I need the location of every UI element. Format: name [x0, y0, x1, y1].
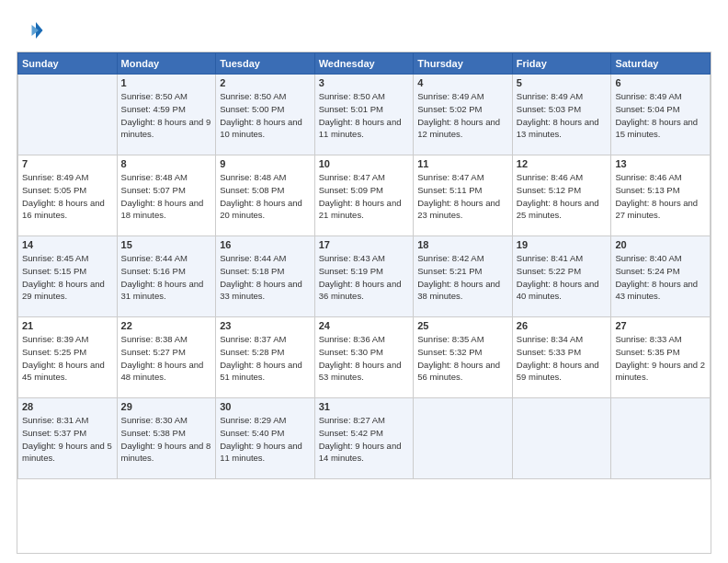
- calendar-cell: [18, 75, 118, 155]
- day-number: 29: [121, 401, 212, 412]
- day-info: Sunrise: 8:45 AMSunset: 5:15 PMDaylight:…: [22, 252, 113, 303]
- calendar-cell: 17Sunrise: 8:43 AMSunset: 5:19 PMDayligh…: [314, 236, 414, 317]
- day-number: 2: [220, 77, 311, 88]
- day-number: 3: [319, 77, 410, 88]
- day-info: Sunrise: 8:50 AMSunset: 4:59 PMDaylight:…: [121, 90, 212, 141]
- calendar-cell: 26Sunrise: 8:34 AMSunset: 5:33 PMDayligh…: [512, 317, 611, 398]
- calendar-header-tuesday: Tuesday: [216, 53, 315, 75]
- day-info: Sunrise: 8:29 AMSunset: 5:40 PMDaylight:…: [220, 414, 311, 465]
- day-number: 9: [220, 158, 311, 169]
- calendar: SundayMondayTuesdayWednesdayThursdayFrid…: [17, 52, 711, 554]
- day-info: Sunrise: 8:50 AMSunset: 5:00 PMDaylight:…: [220, 90, 311, 141]
- day-number: 16: [220, 239, 311, 250]
- day-number: 10: [319, 158, 410, 169]
- calendar-cell: 18Sunrise: 8:42 AMSunset: 5:21 PMDayligh…: [414, 236, 513, 317]
- calendar-cell: 6Sunrise: 8:49 AMSunset: 5:04 PMDaylight…: [611, 75, 711, 155]
- day-number: 23: [220, 320, 311, 331]
- day-info: Sunrise: 8:35 AMSunset: 5:32 PMDaylight:…: [417, 333, 508, 384]
- day-info: Sunrise: 8:31 AMSunset: 5:37 PMDaylight:…: [22, 414, 113, 465]
- calendar-cell: 22Sunrise: 8:38 AMSunset: 5:27 PMDayligh…: [117, 317, 216, 398]
- calendar-cell: 5Sunrise: 8:49 AMSunset: 5:03 PMDaylight…: [512, 75, 611, 155]
- calendar-cell: 12Sunrise: 8:46 AMSunset: 5:12 PMDayligh…: [512, 155, 611, 236]
- day-number: 17: [319, 239, 410, 250]
- day-number: 12: [517, 158, 608, 169]
- calendar-cell: 16Sunrise: 8:44 AMSunset: 5:18 PMDayligh…: [216, 236, 315, 317]
- day-info: Sunrise: 8:47 AMSunset: 5:11 PMDaylight:…: [417, 171, 508, 222]
- day-number: 6: [615, 77, 706, 88]
- calendar-header-saturday: Saturday: [611, 53, 711, 75]
- day-number: 27: [615, 320, 706, 331]
- calendar-cell: 14Sunrise: 8:45 AMSunset: 5:15 PMDayligh…: [18, 236, 118, 317]
- calendar-cell: 9Sunrise: 8:48 AMSunset: 5:08 PMDaylight…: [216, 155, 315, 236]
- calendar-week-5: 28Sunrise: 8:31 AMSunset: 5:37 PMDayligh…: [18, 398, 711, 479]
- day-info: Sunrise: 8:48 AMSunset: 5:07 PMDaylight:…: [121, 171, 212, 222]
- calendar-cell: 30Sunrise: 8:29 AMSunset: 5:40 PMDayligh…: [216, 398, 315, 479]
- logo-icon: [17, 17, 44, 44]
- day-number: 25: [417, 320, 508, 331]
- calendar-header-thursday: Thursday: [414, 53, 513, 75]
- day-number: 30: [220, 401, 311, 412]
- calendar-cell: 15Sunrise: 8:44 AMSunset: 5:16 PMDayligh…: [117, 236, 216, 317]
- calendar-week-3: 14Sunrise: 8:45 AMSunset: 5:15 PMDayligh…: [18, 236, 711, 317]
- day-info: Sunrise: 8:49 AMSunset: 5:05 PMDaylight:…: [22, 171, 113, 222]
- day-info: Sunrise: 8:50 AMSunset: 5:01 PMDaylight:…: [319, 90, 410, 141]
- day-number: 1: [121, 77, 212, 88]
- calendar-cell: 28Sunrise: 8:31 AMSunset: 5:37 PMDayligh…: [18, 398, 118, 479]
- day-number: 22: [121, 320, 212, 331]
- day-number: 5: [517, 77, 608, 88]
- day-number: 28: [22, 401, 113, 412]
- logo: [17, 17, 48, 44]
- day-info: Sunrise: 8:43 AMSunset: 5:19 PMDaylight:…: [319, 252, 410, 303]
- day-info: Sunrise: 8:49 AMSunset: 5:04 PMDaylight:…: [615, 90, 706, 141]
- day-number: 11: [417, 158, 508, 169]
- day-info: Sunrise: 8:39 AMSunset: 5:25 PMDaylight:…: [22, 333, 113, 384]
- day-number: 19: [517, 239, 608, 250]
- calendar-cell: 10Sunrise: 8:47 AMSunset: 5:09 PMDayligh…: [314, 155, 414, 236]
- page: SundayMondayTuesdayWednesdayThursdayFrid…: [0, 0, 728, 563]
- day-number: 13: [615, 158, 706, 169]
- day-number: 24: [319, 320, 410, 331]
- day-info: Sunrise: 8:27 AMSunset: 5:42 PMDaylight:…: [319, 414, 410, 465]
- calendar-cell: 1Sunrise: 8:50 AMSunset: 4:59 PMDaylight…: [117, 75, 216, 155]
- calendar-cell: 7Sunrise: 8:49 AMSunset: 5:05 PMDaylight…: [18, 155, 118, 236]
- calendar-header-sunday: Sunday: [18, 53, 118, 75]
- day-number: 7: [22, 158, 113, 169]
- calendar-header-row: SundayMondayTuesdayWednesdayThursdayFrid…: [18, 53, 711, 75]
- day-info: Sunrise: 8:46 AMSunset: 5:13 PMDaylight:…: [615, 171, 706, 222]
- calendar-cell: 23Sunrise: 8:37 AMSunset: 5:28 PMDayligh…: [216, 317, 315, 398]
- day-number: 21: [22, 320, 113, 331]
- calendar-week-4: 21Sunrise: 8:39 AMSunset: 5:25 PMDayligh…: [18, 317, 711, 398]
- day-info: Sunrise: 8:47 AMSunset: 5:09 PMDaylight:…: [319, 171, 410, 222]
- calendar-cell: 11Sunrise: 8:47 AMSunset: 5:11 PMDayligh…: [414, 155, 513, 236]
- day-info: Sunrise: 8:49 AMSunset: 5:03 PMDaylight:…: [517, 90, 608, 141]
- calendar-cell: 20Sunrise: 8:40 AMSunset: 5:24 PMDayligh…: [611, 236, 711, 317]
- calendar-cell: 8Sunrise: 8:48 AMSunset: 5:07 PMDaylight…: [117, 155, 216, 236]
- calendar-cell: 31Sunrise: 8:27 AMSunset: 5:42 PMDayligh…: [314, 398, 414, 479]
- calendar-cell: 2Sunrise: 8:50 AMSunset: 5:00 PMDaylight…: [216, 75, 315, 155]
- day-info: Sunrise: 8:38 AMSunset: 5:27 PMDaylight:…: [121, 333, 212, 384]
- day-info: Sunrise: 8:42 AMSunset: 5:21 PMDaylight:…: [417, 252, 508, 303]
- day-info: Sunrise: 8:44 AMSunset: 5:16 PMDaylight:…: [121, 252, 212, 303]
- calendar-cell: 4Sunrise: 8:49 AMSunset: 5:02 PMDaylight…: [414, 75, 513, 155]
- header: [17, 17, 711, 44]
- day-info: Sunrise: 8:30 AMSunset: 5:38 PMDaylight:…: [121, 414, 212, 465]
- day-info: Sunrise: 8:36 AMSunset: 5:30 PMDaylight:…: [319, 333, 410, 384]
- calendar-week-1: 1Sunrise: 8:50 AMSunset: 4:59 PMDaylight…: [18, 75, 711, 155]
- day-info: Sunrise: 8:44 AMSunset: 5:18 PMDaylight:…: [220, 252, 311, 303]
- day-info: Sunrise: 8:49 AMSunset: 5:02 PMDaylight:…: [417, 90, 508, 141]
- day-number: 14: [22, 239, 113, 250]
- day-info: Sunrise: 8:46 AMSunset: 5:12 PMDaylight:…: [517, 171, 608, 222]
- day-number: 8: [121, 158, 212, 169]
- day-number: 15: [121, 239, 212, 250]
- calendar-cell: 27Sunrise: 8:33 AMSunset: 5:35 PMDayligh…: [611, 317, 711, 398]
- calendar-header-monday: Monday: [117, 53, 216, 75]
- calendar-header-wednesday: Wednesday: [314, 53, 414, 75]
- calendar-cell: 13Sunrise: 8:46 AMSunset: 5:13 PMDayligh…: [611, 155, 711, 236]
- calendar-cell: [611, 398, 711, 479]
- day-number: 4: [417, 77, 508, 88]
- calendar-week-2: 7Sunrise: 8:49 AMSunset: 5:05 PMDaylight…: [18, 155, 711, 236]
- calendar-cell: 3Sunrise: 8:50 AMSunset: 5:01 PMDaylight…: [314, 75, 414, 155]
- day-info: Sunrise: 8:34 AMSunset: 5:33 PMDaylight:…: [517, 333, 608, 384]
- day-number: 20: [615, 239, 706, 250]
- calendar-header-friday: Friday: [512, 53, 611, 75]
